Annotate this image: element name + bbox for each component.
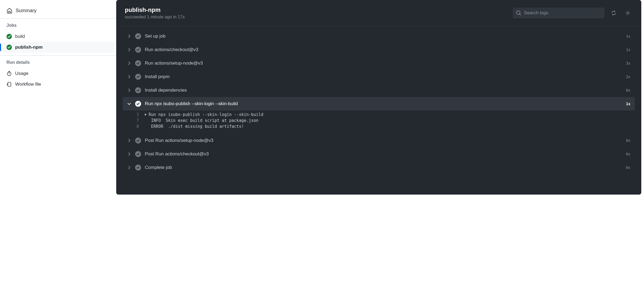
usage-label: Usage <box>15 71 28 76</box>
check-circle-icon <box>135 33 141 39</box>
step-duration: 8s <box>626 88 630 92</box>
check-circle-icon <box>135 101 141 107</box>
chevron-right-icon <box>127 88 131 92</box>
step-row[interactable]: Run actions/checkout@v3 1s <box>123 43 635 56</box>
job-title: publish-npm <box>125 6 508 14</box>
search-icon <box>516 10 521 16</box>
sidebar-job-label: publish-npm <box>15 45 43 50</box>
step-duration: 0s <box>626 138 630 143</box>
step-name: Run actions/setup-node@v3 <box>145 61 622 66</box>
home-icon <box>6 8 12 14</box>
workflow-file-label: Workflow file <box>15 82 41 87</box>
settings-button[interactable] <box>623 8 633 18</box>
check-circle-icon <box>135 138 141 144</box>
search-input[interactable] <box>513 8 605 18</box>
step-row[interactable]: Set up job 1s <box>123 29 635 43</box>
step-row[interactable]: Install dependencies 8s <box>123 84 635 97</box>
step-name: Install pnpm <box>145 74 622 79</box>
summary-label: Summary <box>16 8 36 14</box>
sidebar-job-build[interactable]: build <box>2 31 115 42</box>
log-line-content: INFO Skin exec build script at package.j… <box>144 118 258 123</box>
log-line[interactable]: 8 ERROR ./dist missing build artifacts! <box>123 124 635 129</box>
svg-point-3 <box>627 12 629 14</box>
check-circle-icon <box>135 87 141 93</box>
chevron-right-icon <box>127 75 131 79</box>
log-output: 1 Run npx isubo-publish --skin-login --s… <box>123 111 635 134</box>
check-circle-icon <box>135 60 141 66</box>
job-status-line: succeeded 1 minute ago in 17s <box>125 15 508 19</box>
check-circle-icon <box>135 47 141 53</box>
log-line-number: 1 <box>123 112 139 117</box>
sidebar-job-publish-npm[interactable]: publish-npm <box>2 42 115 53</box>
chevron-right-icon <box>127 34 131 38</box>
log-line-content: Run npx isubo-publish --skin-login --ski… <box>144 112 263 117</box>
check-circle-icon <box>6 45 12 50</box>
refresh-button[interactable] <box>609 8 619 18</box>
chevron-down-icon <box>127 102 131 106</box>
log-line-text: ERROR ./dist missing build artifacts! <box>149 124 244 129</box>
caret-right-icon[interactable] <box>144 113 147 116</box>
step-row[interactable]: Run npx isubo-publish --skin-login --ski… <box>123 97 635 111</box>
step-name: Set up job <box>145 34 622 39</box>
step-name: Install dependencies <box>145 88 622 93</box>
chevron-right-icon <box>127 152 131 156</box>
sidebar-job-label: build <box>15 34 25 39</box>
log-line[interactable]: 7 INFO Skin exec build script at package… <box>123 118 635 124</box>
workflow-file-icon <box>6 82 12 87</box>
jobs-heading: Jobs <box>0 23 116 31</box>
summary-link[interactable]: Summary <box>0 5 116 16</box>
step-duration: 1s <box>626 48 630 52</box>
check-circle-icon <box>135 165 141 171</box>
log-line-content: ERROR ./dist missing build artifacts! <box>144 124 244 129</box>
step-row[interactable]: Post Run actions/checkout@v3 0s <box>123 147 635 161</box>
step-row[interactable]: Install pnpm 2s <box>123 70 635 84</box>
step-row[interactable]: Complete job 0s <box>123 161 635 174</box>
check-circle-icon <box>6 34 12 39</box>
step-duration: 1s <box>626 34 630 38</box>
chevron-right-icon <box>127 165 131 170</box>
check-circle-icon <box>135 74 141 80</box>
step-row[interactable]: Post Run actions/setup-node@v3 0s <box>123 134 635 147</box>
workflow-file-link[interactable]: Workflow file <box>0 79 116 90</box>
step-name: Post Run actions/checkout@v3 <box>145 151 622 157</box>
refresh-icon <box>611 10 616 16</box>
chevron-right-icon <box>127 48 131 52</box>
job-header: publish-npm succeeded 1 minute ago in 17… <box>116 0 641 26</box>
chevron-right-icon <box>127 138 131 143</box>
check-circle-icon <box>135 151 141 157</box>
step-name: Complete job <box>145 165 622 170</box>
step-name: Post Run actions/setup-node@v3 <box>145 138 622 143</box>
gear-icon <box>625 10 630 16</box>
step-name: Run npx isubo-publish --skin-login --ski… <box>145 101 622 106</box>
steps-list: Set up job 1s Run actions/checkout@v3 1s… <box>116 26 641 181</box>
log-line-text: INFO Skin exec build script at package.j… <box>149 118 258 123</box>
usage-link[interactable]: Usage <box>0 68 116 79</box>
divider <box>0 18 116 19</box>
step-duration: 0s <box>626 152 630 156</box>
workflow-sidebar: Summary Jobs build publish-npm Run detai… <box>0 0 116 197</box>
stopwatch-icon <box>6 71 12 76</box>
divider <box>0 55 116 56</box>
log-line-number: 7 <box>123 118 139 123</box>
log-line-number: 8 <box>123 124 139 129</box>
step-duration: 2s <box>626 75 630 79</box>
job-header-info: publish-npm succeeded 1 minute ago in 17… <box>125 6 508 19</box>
job-panel: publish-npm succeeded 1 minute ago in 17… <box>116 0 641 195</box>
step-row[interactable]: Run actions/setup-node@v3 3s <box>123 56 635 70</box>
step-name: Run actions/checkout@v3 <box>145 47 622 52</box>
step-duration: 3s <box>626 61 630 65</box>
search-wrapper <box>513 8 605 18</box>
step-duration: 0s <box>626 165 630 170</box>
log-line[interactable]: 1 Run npx isubo-publish --skin-login --s… <box>123 112 635 118</box>
log-line-text: Run npx isubo-publish --skin-login --ski… <box>149 112 263 117</box>
chevron-right-icon <box>127 61 131 65</box>
run-details-heading: Run details <box>0 60 116 68</box>
step-duration: 1s <box>626 102 630 106</box>
